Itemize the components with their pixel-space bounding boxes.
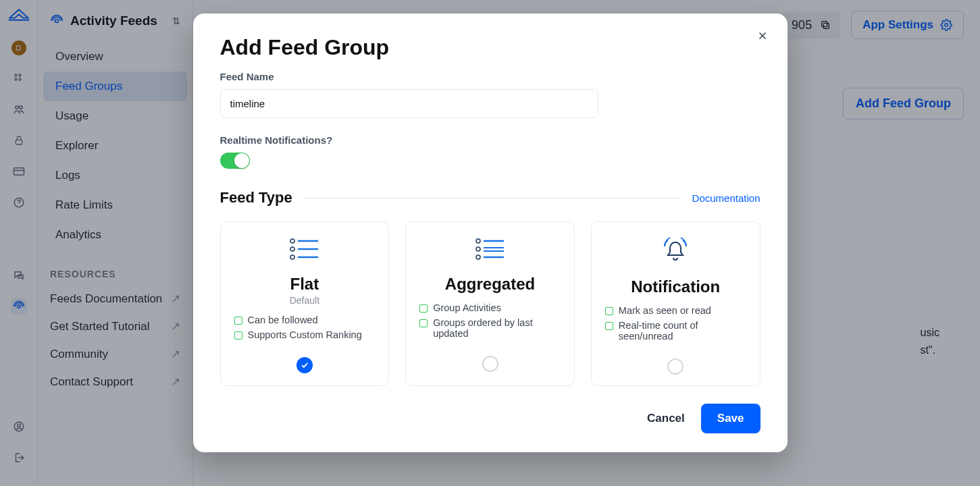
feature-item: Mark as seen or read xyxy=(604,303,748,318)
feed-type-title: Feed Type xyxy=(220,189,292,207)
feed-type-section-header: Feed Type Documentation xyxy=(220,189,760,207)
radio-notification[interactable] xyxy=(667,358,684,375)
documentation-link[interactable]: Documentation xyxy=(692,192,760,204)
svg-point-20 xyxy=(290,255,294,259)
feature-item: Can be followed xyxy=(233,313,377,327)
modal-title: Add Feed Group xyxy=(220,35,760,60)
close-icon[interactable] xyxy=(756,30,769,45)
feed-type-cards: Flat Default Can be followed Supports Cu… xyxy=(220,221,760,386)
flat-list-icon xyxy=(288,236,321,265)
realtime-label: Realtime Notifications? xyxy=(220,134,760,146)
card-title: Flat xyxy=(290,275,319,294)
feed-name-label: Feed Name xyxy=(220,71,760,82)
feature-item: Groups ordered by last updated xyxy=(418,315,562,341)
feed-type-card-flat[interactable]: Flat Default Can be followed Supports Cu… xyxy=(220,221,390,386)
card-title: Aggregated xyxy=(445,275,535,294)
feature-item: Group Activities xyxy=(418,300,562,315)
feature-item: Real-time count of seen/unread xyxy=(604,318,748,344)
card-subtitle: Default xyxy=(290,295,319,306)
notification-bell-icon xyxy=(659,236,692,268)
svg-point-24 xyxy=(476,247,480,251)
feed-type-card-notification[interactable]: Notification Mark as seen or read Real-t… xyxy=(591,221,760,386)
add-feed-group-modal: Add Feed Group Feed Name Realtime Notifi… xyxy=(193,14,788,452)
svg-point-18 xyxy=(290,247,294,251)
radio-flat[interactable] xyxy=(296,357,313,373)
modal-actions: Cancel Save xyxy=(220,404,760,433)
svg-point-27 xyxy=(476,255,480,259)
realtime-toggle[interactable] xyxy=(220,153,250,169)
card-title: Notification xyxy=(631,277,720,296)
feed-name-input[interactable] xyxy=(220,89,598,118)
svg-point-22 xyxy=(476,239,480,243)
feed-type-card-aggregated[interactable]: Aggregated Group Activities Groups order… xyxy=(405,221,575,386)
cancel-button[interactable]: Cancel xyxy=(647,412,685,425)
feature-item: Supports Custom Ranking xyxy=(233,327,377,342)
radio-aggregated[interactable] xyxy=(482,356,498,372)
svg-point-16 xyxy=(290,239,294,243)
aggregated-list-icon xyxy=(474,236,507,265)
save-button[interactable]: Save xyxy=(701,404,760,433)
